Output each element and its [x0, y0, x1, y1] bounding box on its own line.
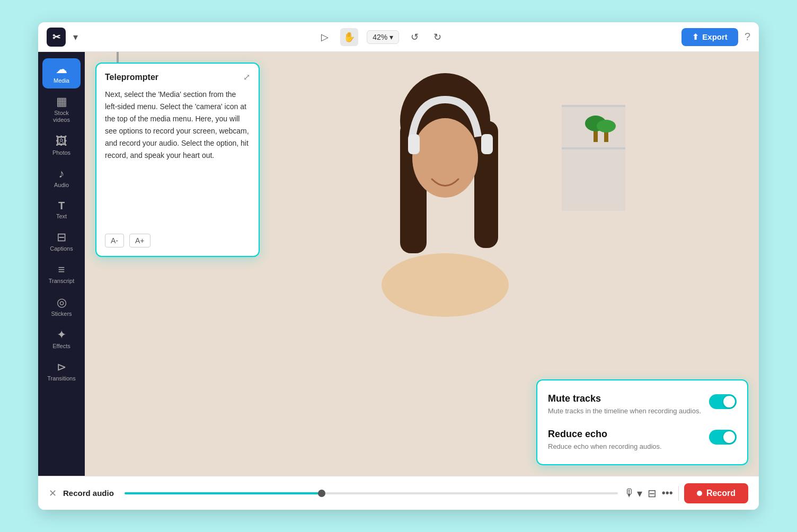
sidebar-label-stock-videos: Stock videos [46, 110, 77, 123]
sidebar-item-stickers[interactable]: ◎ Stickers [42, 291, 81, 322]
sidebar-item-transitions[interactable]: ⊳ Transitions [42, 356, 81, 386]
expand-icon: ⤢ [243, 73, 250, 82]
text-icon: T [58, 200, 65, 211]
record-progress-bar[interactable] [125, 492, 618, 494]
canvas-area: Teleprompter ⤢ Next, select the 'Media' … [85, 52, 759, 476]
svg-rect-10 [408, 134, 420, 154]
toolbar-center: ▷ ✋ 42% ▾ ↺ ↻ [85, 28, 677, 46]
mute-tracks-row: Mute tracks Mute tracks in the timeline … [548, 393, 737, 416]
export-button[interactable]: ⬆ Export [681, 28, 738, 46]
record-button[interactable]: Record [684, 483, 748, 503]
reduce-echo-title: Reduce echo [548, 429, 662, 440]
reduce-echo-toggle[interactable] [709, 430, 737, 445]
sidebar-item-text[interactable]: T Text [42, 195, 81, 224]
captions-icon: ⊟ [57, 232, 66, 243]
sidebar-label-media: Media [54, 77, 69, 84]
close-record-bar-button[interactable]: ✕ [49, 487, 57, 499]
font-decrease-button[interactable]: A- [105, 234, 124, 247]
media-icon: ☁ [56, 64, 67, 75]
play-icon[interactable]: ▷ [318, 28, 332, 46]
sidebar-item-photos[interactable]: 🖼 Photos [42, 130, 81, 161]
effects-icon: ✦ [57, 329, 66, 341]
mute-tracks-toggle[interactable] [709, 394, 737, 409]
reduce-echo-text: Reduce echo Reduce echo when recording a… [548, 429, 662, 451]
mute-tracks-title: Mute tracks [548, 393, 701, 404]
photos-icon: 🖼 [56, 136, 67, 147]
record-label: Record [706, 489, 736, 498]
sidebar-label-captions: Captions [50, 245, 73, 252]
stock-videos-icon: ▦ [56, 96, 67, 108]
sidebar-item-media[interactable]: ☁ Media [42, 58, 81, 88]
sidebar-label-text: Text [56, 213, 67, 220]
sidebar-label-audio: Audio [54, 182, 69, 189]
svg-rect-14 [562, 105, 625, 107]
reduce-echo-desc: Reduce echo when recording audios. [548, 442, 662, 451]
hand-tool-icon[interactable]: ✋ [340, 28, 358, 46]
record-dot-icon [697, 491, 702, 496]
record-progress-thumb[interactable] [318, 490, 325, 497]
record-bar: ✕ Record audio 🎙 ▾ ⊟ ••• Record [38, 476, 759, 510]
sidebar-item-effects[interactable]: ✦ Effects [42, 324, 81, 354]
record-bar-title: Record audio [63, 489, 114, 498]
sidebar-label-effects: Effects [52, 343, 70, 350]
help-icon[interactable]: ? [745, 31, 750, 43]
svg-rect-11 [481, 134, 493, 154]
export-icon: ⬆ [692, 32, 699, 42]
transcript-icon: ≡ [58, 264, 65, 276]
teleprompter-panel: Teleprompter ⤢ Next, select the 'Media' … [95, 63, 260, 257]
zoom-control[interactable]: 42% ▾ [367, 30, 399, 44]
sidebar-label-stickers: Stickers [51, 311, 72, 317]
close-icon: ✕ [49, 488, 57, 499]
svg-rect-15 [562, 147, 625, 149]
reduce-echo-row: Reduce echo Reduce echo when recording a… [548, 429, 737, 451]
record-progress-fill [125, 492, 322, 494]
stickers-icon: ◎ [57, 297, 67, 308]
audio-icon: ♪ [59, 168, 65, 180]
sidebar-label-transcript: Transcript [49, 278, 75, 285]
redo-icon[interactable]: ↻ [430, 28, 445, 46]
svg-point-19 [597, 120, 616, 132]
mic-chevron: ▾ [637, 487, 642, 500]
sidebar-label-transitions: Transitions [47, 375, 75, 382]
microphone-button[interactable]: 🎙 ▾ [624, 487, 642, 500]
record-controls: 🎙 ▾ ⊟ ••• Record [624, 483, 748, 503]
undo-icon[interactable]: ↺ [408, 28, 422, 46]
mute-tracks-text: Mute tracks Mute tracks in the timeline … [548, 393, 701, 416]
font-increase-button[interactable]: A+ [129, 234, 150, 247]
svg-point-12 [382, 253, 509, 317]
main-layout: ☁ Media ▦ Stock videos 🖼 Photos ♪ Audio … [38, 52, 759, 476]
mic-icon: 🎙 [624, 487, 635, 499]
teleprompter-footer: A- A+ [105, 234, 250, 247]
caption-icon: ⊟ [648, 487, 657, 499]
top-bar: ✂ ▾ ▷ ✋ 42% ▾ ↺ ↻ ⬆ E [38, 22, 759, 52]
top-bar-right: ⬆ Export ? [681, 28, 750, 46]
chevron-down-icon[interactable]: ▾ [70, 28, 81, 46]
caption-button[interactable]: ⊟ [648, 487, 657, 500]
teleprompter-header: Teleprompter ⤢ [105, 72, 250, 82]
transitions-icon: ⊳ [57, 361, 66, 373]
sidebar-item-stock-videos[interactable]: ▦ Stock videos [42, 91, 81, 128]
teleprompter-expand-button[interactable]: ⤢ [243, 72, 250, 82]
app-logo: ✂ [47, 28, 66, 47]
mute-tracks-desc: Mute tracks in the timeline when recordi… [548, 406, 701, 416]
sidebar-item-captions[interactable]: ⊟ Captions [42, 226, 81, 256]
app-window: ✂ ▾ ▷ ✋ 42% ▾ ↺ ↻ ⬆ E [38, 22, 759, 510]
teleprompter-title: Teleprompter [105, 73, 158, 82]
more-icon: ••• [662, 487, 673, 499]
settings-panel: Mute tracks Mute tracks in the timeline … [536, 379, 748, 465]
sidebar: ☁ Media ▦ Stock videos 🖼 Photos ♪ Audio … [38, 52, 85, 476]
sidebar-label-photos: Photos [52, 149, 70, 156]
sidebar-item-transcript[interactable]: ≡ Transcript [42, 259, 81, 289]
teleprompter-text: Next, select the 'Media' section from th… [105, 88, 250, 226]
toolbar-divider [678, 486, 679, 501]
sidebar-item-audio[interactable]: ♪ Audio [42, 163, 81, 193]
more-options-button[interactable]: ••• [662, 487, 673, 499]
